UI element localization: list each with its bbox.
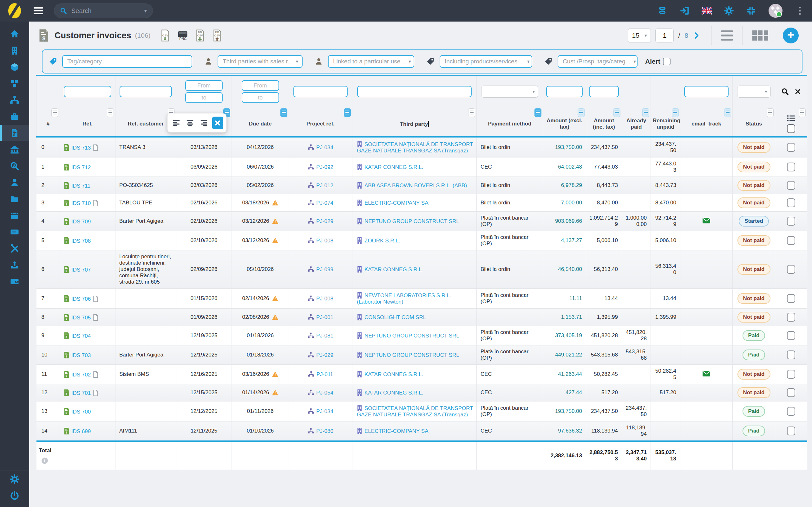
row-checkbox[interactable] [787, 143, 795, 152]
align-right-icon[interactable] [198, 117, 210, 129]
third-party-link[interactable]: KATAR CONNEG S.R.L. [364, 164, 423, 170]
ref-link[interactable]: IDS 711 [71, 183, 90, 189]
project-link[interactable]: PJ-092 [316, 164, 334, 170]
row-checkbox[interactable] [787, 217, 795, 226]
third-party-link[interactable]: NEWTONE LABORATORIES S.R.L. (Laborator N… [357, 292, 451, 305]
ref-link[interactable]: IDS 703 [71, 352, 91, 358]
due-from-input[interactable] [242, 80, 279, 91]
document-icon[interactable] [91, 372, 98, 378]
search-input[interactable] [71, 7, 138, 14]
ref-link[interactable]: IDS 706 [71, 296, 91, 302]
status-filter-select[interactable]: ▾ [737, 86, 771, 98]
column-options-icon[interactable] [281, 108, 287, 117]
ref-link[interactable]: IDS 700 [71, 409, 91, 415]
compress-icon[interactable] [746, 6, 756, 16]
row-checkbox[interactable] [787, 427, 795, 435]
sidebar-item-accounting[interactable]: $ [0, 158, 29, 174]
row-checkbox[interactable] [787, 388, 795, 397]
menu-dots-icon[interactable] [795, 6, 805, 16]
ref-link[interactable]: IDS 709 [71, 219, 91, 225]
global-search[interactable]: ▾ [54, 3, 153, 18]
import-dbcsv-icon[interactable]: DB CSV [212, 30, 222, 42]
select-all-checkbox[interactable] [787, 124, 795, 133]
avatar[interactable] [768, 3, 783, 18]
column-options-icon[interactable] [724, 108, 731, 117]
project-link[interactable]: PJ-074 [316, 200, 334, 206]
export-image-icon[interactable]: PNG [177, 30, 188, 42]
column-options-icon[interactable] [767, 108, 774, 117]
row-checkbox[interactable] [787, 350, 795, 359]
third-party-link[interactable]: SOCIETATEA NAȚIONALĂ DE TRANSPORT GAZE N… [357, 405, 473, 418]
row-checkbox[interactable] [787, 370, 795, 379]
due-to-input[interactable] [242, 92, 279, 103]
column-options-icon[interactable] [535, 108, 542, 117]
project-link[interactable]: PJ-029 [316, 352, 334, 358]
third-party-link[interactable]: CONSOLIGHT COM SRL [364, 314, 426, 320]
third-party-sales-filter[interactable]: Third parties with sales r...▾ [217, 55, 303, 68]
menu-toggle-icon[interactable] [34, 7, 43, 14]
third-party-link[interactable]: KATAR CONNEG S.R.L. [364, 390, 423, 396]
ref-filter-input[interactable] [64, 86, 111, 97]
column-options-icon[interactable] [642, 108, 649, 117]
settings-icon[interactable] [724, 6, 734, 16]
sidebar-item-commercial[interactable] [0, 108, 29, 125]
third-party-link[interactable]: NEPTUNO GROUP CONSTRUCT SRL [364, 333, 459, 339]
login-icon[interactable] [679, 6, 690, 16]
sidebar-item-payments[interactable] [0, 273, 29, 290]
tag-category-input[interactable] [62, 55, 192, 68]
column-options-icon[interactable] [107, 108, 114, 117]
third-party-link[interactable]: ELECTRIC-COMPANY SA [364, 428, 428, 434]
document-icon[interactable] [91, 200, 98, 206]
close-icon[interactable] [212, 117, 223, 129]
ref-link[interactable]: IDS 707 [71, 267, 91, 273]
sidebar-settings-icon[interactable] [0, 471, 29, 487]
sidebar-item-imports[interactable] [0, 257, 29, 273]
ref-link[interactable]: IDS 705 [71, 315, 91, 321]
row-checkbox[interactable] [787, 163, 795, 171]
sidebar-item-agenda[interactable] [0, 207, 29, 224]
ref-link[interactable]: IDS 712 [71, 164, 91, 170]
grid-view-button[interactable] [752, 31, 768, 41]
date-from-input[interactable] [185, 80, 223, 91]
third-party-link[interactable]: SOCIETATEA NAȚIONALĂ DE TRANSPORT GAZE N… [357, 141, 473, 154]
cust-prosp-tags-filter[interactable]: Cust./Prosp. tags/categ...▾ [558, 55, 638, 68]
ref-link[interactable]: IDS 699 [71, 429, 91, 435]
app-logo[interactable] [0, 3, 29, 19]
sidebar-power-icon[interactable] [0, 487, 29, 504]
document-icon[interactable] [91, 145, 98, 151]
align-center-icon[interactable] [185, 117, 196, 129]
third-party-link[interactable]: NEPTUNO GROUP CONSTRUCT SRL [364, 218, 459, 224]
project-link[interactable]: PJ-081 [316, 333, 334, 339]
project-link[interactable]: PJ-008 [316, 296, 334, 302]
column-options-icon[interactable] [468, 108, 475, 117]
project-filter-input[interactable] [293, 86, 348, 97]
sidebar-item-products[interactable] [0, 59, 29, 75]
third-party-filter-input[interactable] [357, 86, 471, 97]
ref-link[interactable]: IDS 702 [71, 372, 91, 378]
row-checkbox[interactable] [787, 313, 795, 322]
ref-customer-filter-input[interactable] [119, 86, 172, 97]
sidebar-item-home[interactable] [0, 26, 29, 43]
sidebar-item-companies[interactable] [0, 43, 29, 59]
next-page-icon[interactable] [693, 32, 700, 39]
align-left-icon[interactable] [171, 117, 182, 129]
flag-uk-icon[interactable] [702, 6, 712, 16]
ref-link[interactable]: IDS 713 [71, 145, 91, 151]
row-checkbox[interactable] [787, 331, 795, 340]
database-icon[interactable] [657, 6, 667, 16]
sidebar-item-members[interactable] [0, 174, 29, 191]
add-invoice-button[interactable]: + [783, 27, 799, 43]
third-party-link[interactable]: KATAR CONNEG S.R.L. [364, 267, 423, 273]
sidebar-item-bank[interactable] [0, 141, 29, 158]
sidebar-item-projects[interactable] [0, 92, 29, 108]
email-track-filter-input[interactable] [684, 86, 728, 97]
search-filter-icon[interactable] [781, 88, 789, 95]
row-checkbox[interactable] [787, 199, 795, 207]
row-checkbox[interactable] [787, 265, 795, 274]
ref-link[interactable]: IDS 701 [71, 390, 91, 396]
sidebar-item-billing[interactable]: $ [0, 125, 29, 141]
page-number-input[interactable] [655, 29, 674, 43]
sidebar-item-contracts[interactable] [0, 224, 29, 240]
third-party-link[interactable]: ZOORK S.R.L. [364, 238, 400, 244]
amount-inc-filter-input[interactable] [589, 86, 619, 97]
